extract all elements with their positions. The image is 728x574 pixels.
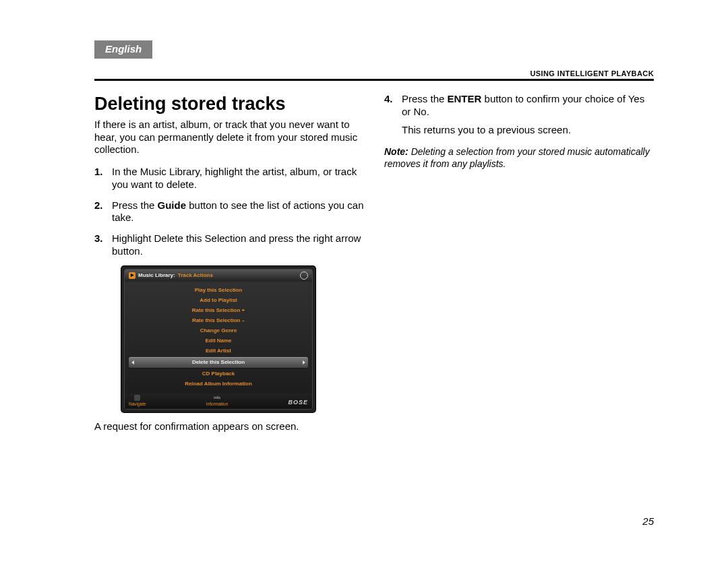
running-header-text: USING INTELLIGENT PLAYBACK <box>530 69 654 77</box>
gui-brand: BOSE <box>288 399 308 406</box>
gui-footer: Navigate info Information BOSE <box>125 393 312 409</box>
step-item: 3.Highlight Delete this Selection and pr… <box>94 232 364 258</box>
disc-icon <box>300 272 308 280</box>
note-body: Deleting a selection from your stored mu… <box>384 146 650 169</box>
step-number: 3. <box>94 232 103 245</box>
page-number: 25 <box>642 515 654 527</box>
dpad-icon <box>134 395 140 401</box>
page-title: Deleting stored tracks <box>94 93 364 116</box>
gui-title-sub: Track Actions <box>178 272 213 279</box>
step-text: Highlight Delete this Selection and pres… <box>112 232 361 257</box>
manual-page: English USING INTELLIGENT PLAYBACK Delet… <box>0 0 728 574</box>
note-paragraph: Note: Deleting a selection from your sto… <box>384 146 654 170</box>
intro-paragraph: If there is an artist, album, or track t… <box>94 119 364 156</box>
right-column: 4.Press the ENTER button to confirm your… <box>384 93 654 443</box>
gui-footer-info-bottom: Information <box>206 402 229 407</box>
step-number: 1. <box>94 166 103 179</box>
gui-footer-info: info Information <box>206 395 229 407</box>
step-text-bold: ENTER <box>448 93 482 104</box>
step-text: Press the ENTER button to confirm your c… <box>402 93 644 117</box>
ordered-steps-right: 4.Press the ENTER button to confirm your… <box>384 93 654 119</box>
gui-titlebar: ▶ Music Library: Track Actions <box>125 269 312 282</box>
left-column: Deleting stored tracks If there is an ar… <box>94 93 364 443</box>
running-header: USING INTELLIGENT PLAYBACK <box>94 69 654 77</box>
gui-item[interactable]: Play this Selection <box>125 286 312 296</box>
gui-item[interactable]: Edit Artist <box>125 346 312 356</box>
step-item: 4.Press the ENTER button to confirm your… <box>384 93 654 119</box>
ordered-steps-left: 1.In the Music Library, highlight the ar… <box>94 166 364 258</box>
gui-action-list: Play this SelectionAdd to PlaylistRate t… <box>125 282 312 393</box>
language-tab: English <box>94 40 152 59</box>
step-text: In the Music Library, highlight the arti… <box>112 166 357 190</box>
gui-footer-navigate: Navigate <box>129 395 146 407</box>
step-text-bold: Guide <box>158 199 187 211</box>
gui-item[interactable]: Add to Playlist <box>125 296 312 306</box>
gui-item[interactable]: Rate this Selection – <box>125 316 312 326</box>
step-item: 1.In the Music Library, highlight the ar… <box>94 166 364 191</box>
two-column-body: Deleting stored tracks If there is an ar… <box>94 93 654 443</box>
gui-item[interactable]: Edit Name <box>125 336 312 346</box>
gui-title-main: Music Library: <box>138 272 175 279</box>
gui-item-selected[interactable]: Delete this Selection <box>129 357 308 369</box>
after-image-line: A request for confirmation appears on sc… <box>94 420 364 433</box>
gui-item[interactable]: Reload Album Information <box>125 379 312 389</box>
embedded-gui-screenshot: ▶ Music Library: Track Actions Play this… <box>121 266 315 412</box>
gui-footer-navigate-label: Navigate <box>129 402 146 407</box>
step-text: Press the Guide button to see the list o… <box>112 199 364 224</box>
gui-item[interactable]: CD Playback <box>125 369 312 379</box>
step-number: 2. <box>94 199 103 212</box>
play-icon: ▶ <box>129 272 135 279</box>
header-rule <box>94 79 654 81</box>
gui-window: ▶ Music Library: Track Actions Play this… <box>124 269 313 410</box>
note-label: Note: <box>384 146 408 157</box>
right-followup: This returns you to a previous screen. <box>384 124 654 137</box>
gui-item[interactable]: Change Genre <box>125 326 312 336</box>
gui-footer-info-top: info <box>214 395 220 401</box>
step-item: 2.Press the Guide button to see the list… <box>94 199 364 225</box>
step-number: 4. <box>384 93 393 106</box>
gui-item[interactable]: Rate this Selection + <box>125 306 312 316</box>
